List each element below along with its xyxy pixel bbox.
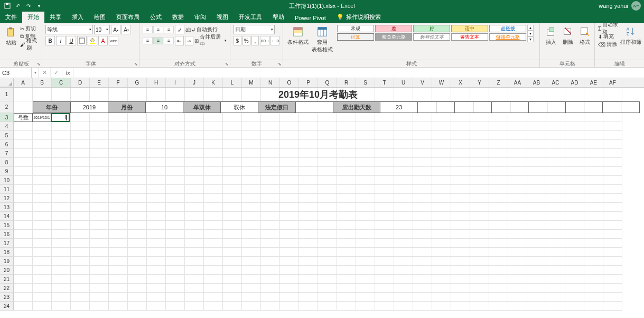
cell[interactable] [546, 122, 565, 131]
cell[interactable] [185, 122, 204, 131]
cell[interactable] [337, 131, 356, 140]
format-cells-button[interactable]: 格式 [577, 25, 593, 47]
cell[interactable] [128, 221, 147, 230]
cell[interactable] [318, 122, 337, 131]
cell[interactable] [508, 284, 527, 293]
user-name[interactable]: wang yahui [599, 3, 628, 9]
cell[interactable] [242, 113, 261, 122]
cell[interactable] [508, 167, 527, 176]
row-header-14[interactable]: 14 [0, 212, 14, 221]
cell[interactable] [356, 158, 375, 167]
orientation-button[interactable]: ⤢ [175, 25, 184, 34]
cell[interactable] [565, 230, 584, 239]
cell[interactable] [185, 158, 204, 167]
cell[interactable] [508, 230, 527, 239]
cell[interactable] [394, 185, 413, 194]
cell[interactable] [299, 194, 318, 203]
tab-view[interactable]: 视图 [211, 11, 234, 23]
cell[interactable] [33, 140, 52, 149]
cell[interactable] [470, 203, 489, 212]
cell[interactable] [527, 275, 546, 284]
cell[interactable] [489, 239, 508, 248]
cell[interactable] [470, 221, 489, 230]
cell[interactable] [128, 203, 147, 212]
cell[interactable] [546, 158, 565, 167]
cell[interactable] [375, 212, 394, 221]
row-header-13[interactable]: 13 [0, 203, 14, 212]
cell[interactable] [489, 122, 508, 131]
cell[interactable] [52, 221, 71, 230]
cell[interactable] [185, 212, 204, 221]
cell[interactable] [52, 122, 71, 131]
style-scroll-down[interactable]: ▾ [527, 31, 534, 36]
cell[interactable] [432, 275, 451, 284]
cell[interactable] [71, 149, 90, 158]
cell[interactable] [90, 88, 109, 101]
cell[interactable] [52, 239, 71, 248]
cell[interactable] [413, 230, 432, 239]
cell[interactable] [413, 122, 432, 131]
cell[interactable] [166, 149, 185, 158]
cell[interactable] [52, 248, 71, 257]
cell[interactable] [584, 140, 603, 149]
cell[interactable] [584, 88, 603, 101]
cell[interactable] [489, 275, 508, 284]
cell[interactable] [299, 284, 318, 293]
cell[interactable] [584, 113, 603, 122]
cell[interactable] [33, 293, 52, 302]
cell[interactable] [280, 113, 299, 122]
cell[interactable] [71, 275, 90, 284]
col-header-X[interactable]: X [451, 78, 470, 87]
row-header-23[interactable]: 23 [0, 293, 14, 302]
cell[interactable] [204, 293, 223, 302]
cell[interactable] [394, 167, 413, 176]
cell[interactable] [603, 131, 622, 140]
col-header-AB[interactable]: AB [527, 78, 546, 87]
cell[interactable] [337, 88, 356, 101]
col-header-M[interactable]: M [242, 78, 261, 87]
cell[interactable] [565, 131, 584, 140]
cell[interactable] [565, 158, 584, 167]
cell[interactable] [603, 185, 622, 194]
cell[interactable] [280, 122, 299, 131]
cell[interactable] [71, 266, 90, 275]
cell[interactable] [261, 284, 280, 293]
cell[interactable] [413, 185, 432, 194]
cell[interactable] [527, 131, 546, 140]
cell[interactable] [109, 230, 128, 239]
cell[interactable] [565, 293, 584, 302]
cell[interactable] [413, 131, 432, 140]
cell[interactable] [527, 239, 546, 248]
cell[interactable] [432, 212, 451, 221]
cell[interactable] [128, 122, 147, 131]
cell[interactable] [261, 122, 280, 131]
cell[interactable] [14, 302, 33, 311]
fill-color-button[interactable] [88, 36, 97, 45]
cell[interactable] [90, 293, 109, 302]
cell[interactable] [14, 284, 33, 293]
cell[interactable] [14, 167, 33, 176]
cell[interactable] [223, 158, 242, 167]
cell[interactable] [204, 212, 223, 221]
cell[interactable] [337, 275, 356, 284]
cell[interactable] [318, 158, 337, 167]
row-header-18[interactable]: 18 [0, 248, 14, 257]
cell[interactable] [356, 212, 375, 221]
cell[interactable] [185, 275, 204, 284]
cell[interactable] [432, 302, 451, 311]
cell[interactable] [565, 266, 584, 275]
cell[interactable] [489, 185, 508, 194]
cell[interactable] [166, 140, 185, 149]
cell[interactable] [584, 221, 603, 230]
cell[interactable] [33, 230, 52, 239]
cell[interactable] [337, 167, 356, 176]
cell[interactable] [280, 221, 299, 230]
style-hyperlink[interactable]: 超链接 [489, 25, 526, 32]
cell[interactable] [546, 88, 565, 101]
cell[interactable] [242, 158, 261, 167]
cell[interactable] [432, 239, 451, 248]
font-name-select[interactable]: 等线▾ [45, 25, 93, 34]
cell[interactable] [413, 266, 432, 275]
cell[interactable] [242, 221, 261, 230]
cell[interactable] [14, 221, 33, 230]
